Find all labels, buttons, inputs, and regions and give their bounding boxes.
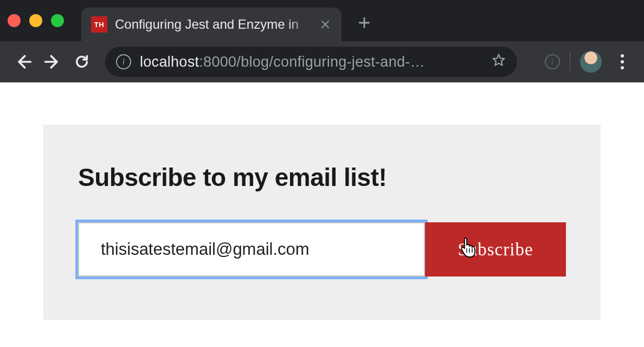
url-text: localhost:8000/blog/configuring-jest-and… bbox=[140, 54, 482, 70]
site-info-icon[interactable]: i bbox=[116, 54, 131, 69]
email-input[interactable] bbox=[78, 222, 425, 277]
subscribe-heading: Subscribe to my email list! bbox=[78, 163, 566, 192]
reload-button[interactable] bbox=[69, 49, 94, 74]
subscribe-button[interactable]: Subscribe bbox=[425, 222, 566, 277]
page-content: Subscribe to my email list! Subscribe bbox=[0, 82, 644, 320]
window-fullscreen-button[interactable] bbox=[51, 14, 64, 27]
window-traffic-lights bbox=[8, 14, 64, 27]
address-bar[interactable]: i localhost:8000/blog/configuring-jest-a… bbox=[105, 47, 517, 77]
browser-menu-button[interactable] bbox=[611, 51, 633, 73]
tab-favicon: TH bbox=[91, 16, 107, 33]
url-host: localhost bbox=[140, 54, 199, 70]
tab-title: Configuring Jest and Enzyme in bbox=[115, 17, 311, 32]
subscribe-form: Subscribe bbox=[78, 222, 566, 277]
browser-toolbar: i localhost:8000/blog/configuring-jest-a… bbox=[0, 41, 644, 82]
bookmark-star-icon[interactable] bbox=[491, 53, 506, 72]
window-close-button[interactable] bbox=[8, 14, 21, 27]
extension-icon[interactable]: i bbox=[545, 54, 560, 69]
window-minimize-button[interactable] bbox=[29, 14, 42, 27]
profile-avatar[interactable] bbox=[580, 51, 602, 73]
toolbar-right: i bbox=[545, 51, 633, 73]
forward-button[interactable] bbox=[40, 49, 65, 74]
url-path: :8000/blog/configuring-jest-and-… bbox=[199, 54, 425, 70]
new-tab-button[interactable] bbox=[351, 10, 377, 36]
close-icon[interactable] bbox=[319, 18, 332, 31]
subscribe-card: Subscribe to my email list! Subscribe bbox=[43, 125, 601, 320]
browser-chrome: TH Configuring Jest and Enzyme in i loca… bbox=[0, 0, 644, 82]
toolbar-divider bbox=[570, 52, 570, 72]
subscribe-button-label: Subscribe bbox=[458, 240, 533, 259]
tab-bar: TH Configuring Jest and Enzyme in bbox=[0, 0, 644, 41]
back-button[interactable] bbox=[11, 49, 36, 74]
browser-tab[interactable]: TH Configuring Jest and Enzyme in bbox=[81, 8, 342, 41]
